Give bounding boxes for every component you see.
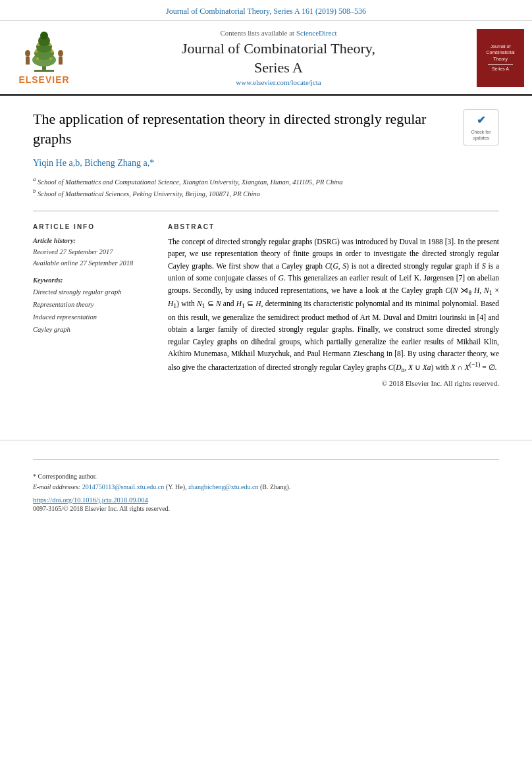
email-zhang[interactable]: zhangbicheng@xtu.edu.cn <box>188 483 258 490</box>
svg-rect-16 <box>59 57 63 65</box>
svg-rect-14 <box>26 57 30 65</box>
keyword-4: Cayley graph <box>33 324 155 336</box>
elsevier-logo: ELSEVIER <box>8 30 80 85</box>
article-content: The application of representation theory… <box>0 96 532 400</box>
crossmark-icon: ✔ <box>477 114 485 128</box>
journal-website[interactable]: www.elsevier.com/locate/jcta <box>88 78 469 86</box>
crossmark-label: Check for updates <box>466 129 496 141</box>
available-online-date: Available online 27 September 2018 <box>33 259 133 267</box>
article-title: The application of representation theory… <box>33 109 499 148</box>
article-body: ARTICLE INFO Article history: Received 2… <box>33 223 499 387</box>
keyword-2: Representation theory <box>33 299 155 311</box>
journal-main-title: Journal of Combinatorial Theory, Series … <box>88 40 469 77</box>
article-info-label: ARTICLE INFO <box>33 223 155 230</box>
abstract-col: ABSTRACT The concept of directed strongl… <box>168 223 499 387</box>
authors: Yiqin He a,b, Bicheng Zhang a,* <box>33 158 499 169</box>
rights-reserved: 0097-3165/© 2018 Elsevier Inc. All right… <box>33 505 499 512</box>
copyright-text: © 2018 Elsevier Inc. All rights reserved… <box>168 379 499 387</box>
keyword-1: Directed strongly regular graph <box>33 286 155 299</box>
svg-point-10 <box>51 50 53 53</box>
article-history: Article history: Received 27 September 2… <box>33 236 155 269</box>
journal-citation-header: Journal of Combinatorial Theory, Series … <box>0 0 532 21</box>
svg-point-7 <box>36 57 39 60</box>
cover-text: Journal ofCombinatorialTheorySeries A <box>486 43 514 72</box>
svg-point-11 <box>37 43 40 46</box>
keyword-3: Induced representation <box>33 311 155 324</box>
contents-available-text: Contents lists available at ScienceDirec… <box>88 29 469 37</box>
received-date: Received 27 September 2017 <box>33 248 113 255</box>
journal-cover-thumbnail: Journal ofCombinatorialTheorySeries A <box>477 29 524 87</box>
svg-point-13 <box>25 50 30 57</box>
svg-rect-1 <box>34 70 54 72</box>
affiliation-b: b School of Mathematical Sciences, Pekin… <box>33 187 499 199</box>
sciencedirect-link[interactable]: ScienceDirect <box>296 29 337 37</box>
svg-point-15 <box>58 50 63 57</box>
affiliation-a: a School of Mathematics and Computationa… <box>33 175 499 187</box>
footer-separator <box>33 459 499 460</box>
journal-banner: ELSEVIER Contents lists available at Sci… <box>0 21 532 95</box>
svg-point-12 <box>49 43 51 46</box>
affiliations: a School of Mathematics and Computationa… <box>33 175 499 199</box>
email-he[interactable]: 2014750113@smail.xtu.edu.cn <box>82 483 165 490</box>
footer: * Corresponding author. E-mail addresses… <box>0 440 532 523</box>
elsevier-tree-icon <box>14 30 74 73</box>
abstract-text: The concept of directed strongly regular… <box>168 236 499 375</box>
article-info-col: ARTICLE INFO Article history: Received 2… <box>33 223 155 387</box>
svg-point-8 <box>49 57 52 60</box>
citation-text: Journal of Combinatorial Theory, Series … <box>166 7 366 16</box>
crossmark-badge: ✔ Check for updates <box>463 109 499 145</box>
svg-point-9 <box>35 50 38 53</box>
keywords-label: Keywords: <box>33 277 155 284</box>
elsevier-brand-text: ELSEVIER <box>18 74 69 85</box>
email-addresses: E-mail addresses: 2014750113@smail.xtu.e… <box>33 482 499 492</box>
doi-link[interactable]: https://doi.org/10.1016/j.jcta.2018.09.0… <box>33 496 499 504</box>
journal-title-block: Contents lists available at ScienceDirec… <box>88 26 469 89</box>
separator-1 <box>33 211 499 211</box>
abstract-label: ABSTRACT <box>168 223 499 230</box>
svg-point-6 <box>40 32 48 40</box>
corresponding-note: * Corresponding author. <box>33 471 499 482</box>
keywords-list: Directed strongly regular graph Represen… <box>33 286 155 336</box>
